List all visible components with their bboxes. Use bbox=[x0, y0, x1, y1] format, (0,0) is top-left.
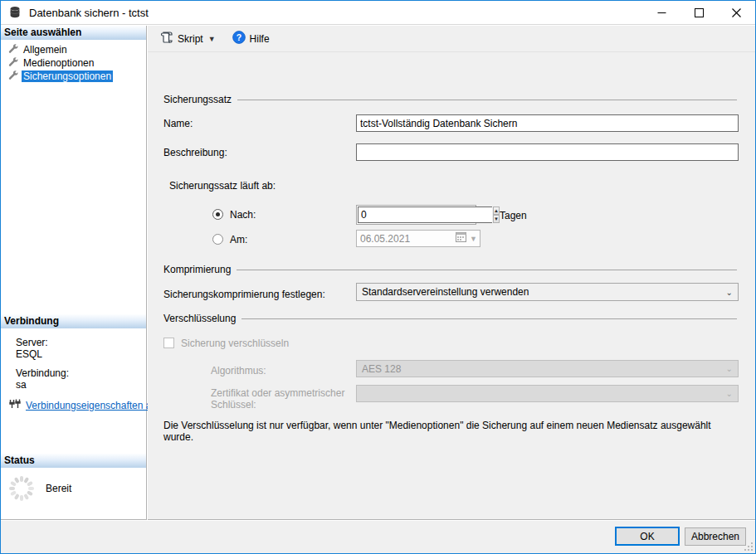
connection-label: Verbindung: bbox=[16, 367, 146, 379]
encryption-note: Die Verschlüsselung ist nur verfügbar, w… bbox=[163, 420, 739, 443]
expire-date-value: 06.05.2021 bbox=[360, 233, 410, 245]
compression-combobox-value: Standardservereinstellung verwenden bbox=[362, 286, 529, 298]
resize-grip[interactable] bbox=[743, 541, 753, 551]
toolbar: Skript ▼ ? Hilfe bbox=[148, 26, 755, 52]
close-button[interactable] bbox=[718, 1, 755, 25]
wrench-icon bbox=[7, 43, 18, 56]
compression-header: Komprimierung bbox=[163, 264, 231, 275]
days-unit-label: Tagen bbox=[500, 210, 527, 221]
script-button[interactable]: Skript ▼ bbox=[155, 29, 221, 49]
connection-value: sa bbox=[16, 379, 146, 391]
expire-after-label: Nach: bbox=[230, 209, 256, 221]
wrench-icon bbox=[7, 56, 18, 70]
divider bbox=[237, 270, 737, 270]
expires-label: Sicherungssatz läuft ab: bbox=[169, 180, 276, 192]
name-label: Name: bbox=[163, 118, 193, 129]
compression-combobox[interactable]: Standardservereinstellung verwenden ⌄ bbox=[356, 283, 739, 301]
wrench-icon bbox=[7, 70, 18, 83]
description-label: Beschreibung: bbox=[163, 147, 227, 158]
window-title: Datenbank sichern - tctst bbox=[29, 7, 149, 19]
connection-properties-link[interactable]: Verbindungseigenschaften an bbox=[26, 400, 157, 411]
sidebar-item-label: Medienoptionen bbox=[22, 57, 95, 69]
chevron-down-icon: ⌄ bbox=[726, 364, 733, 373]
certificate-label: Zertifikat oder asymmetrischer Schlüssel… bbox=[211, 387, 344, 411]
chevron-down-icon: ⌄ bbox=[726, 389, 733, 398]
backup-set-header: Sicherungssatz bbox=[163, 94, 232, 105]
sidebar: Seite auswählen Allgemein Medienoptionen… bbox=[1, 26, 147, 520]
certificate-combobox: ⌄ bbox=[356, 385, 739, 402]
minimize-icon bbox=[657, 8, 666, 17]
database-icon bbox=[8, 6, 22, 19]
maximize-button[interactable] bbox=[680, 1, 718, 25]
status-header: Status bbox=[1, 454, 146, 468]
expire-days-spinner: ▲ ▼ bbox=[356, 205, 476, 225]
cancel-button[interactable]: Abbrechen bbox=[685, 527, 746, 546]
algorithm-label: Algorithmus: bbox=[211, 365, 266, 377]
sidebar-item-label: Allgemein bbox=[22, 44, 69, 56]
compression-set-label: Sicherungskomprimierung festlegen: bbox=[163, 289, 325, 300]
expire-after-radio[interactable] bbox=[212, 209, 223, 220]
server-label: Server: bbox=[16, 337, 146, 348]
algorithm-combobox: AES 128 ⌄ bbox=[356, 360, 739, 377]
divider bbox=[237, 100, 737, 100]
spin-down-button[interactable]: ▼ bbox=[493, 215, 500, 223]
sidebar-item-allgemein[interactable]: Allgemein bbox=[1, 43, 146, 56]
pages-header: Seite auswählen bbox=[1, 26, 146, 40]
title-bar: Datenbank sichern - tctst bbox=[1, 1, 755, 25]
expire-on-radio[interactable] bbox=[212, 234, 223, 245]
server-value: ESQL bbox=[16, 348, 146, 360]
main-panel: Skript ▼ ? Hilfe Sicherungssatz bbox=[148, 26, 755, 520]
svg-text:?: ? bbox=[236, 32, 241, 42]
progress-spinner-icon bbox=[7, 474, 36, 505]
minimize-button[interactable] bbox=[643, 1, 680, 25]
algorithm-combobox-value: AES 128 bbox=[362, 363, 401, 375]
divider bbox=[241, 318, 737, 319]
description-input[interactable] bbox=[356, 143, 739, 161]
spin-up-button[interactable]: ▲ bbox=[493, 207, 500, 215]
connection-header: Verbindung bbox=[1, 314, 146, 328]
footer: OK Abbrechen bbox=[1, 521, 755, 553]
sidebar-item-label-selected: Sicherungsoptionen bbox=[22, 70, 113, 82]
calendar-icon bbox=[456, 232, 466, 245]
help-icon: ? bbox=[232, 31, 246, 46]
help-button-label: Hilfe bbox=[250, 33, 270, 45]
chevron-down-icon: ⌄ bbox=[726, 288, 733, 297]
backup-database-dialog: Datenbank sichern - tctst Seite auswähle… bbox=[0, 0, 756, 554]
encrypt-backup-checkbox[interactable] bbox=[163, 338, 174, 348]
name-input[interactable] bbox=[356, 114, 739, 132]
script-button-label: Skript bbox=[178, 33, 203, 45]
close-icon bbox=[732, 8, 741, 17]
expire-date-picker[interactable]: 06.05.2021 ▼ bbox=[356, 230, 480, 247]
expire-on-label: Am: bbox=[230, 234, 247, 245]
connection-properties-icon bbox=[9, 399, 22, 412]
status-value: Bereit bbox=[46, 483, 71, 494]
encryption-header: Verschlüsselung bbox=[163, 313, 236, 324]
help-button[interactable]: ? Hilfe bbox=[227, 29, 275, 49]
maximize-icon bbox=[695, 8, 704, 17]
chevron-down-icon: ▼ bbox=[470, 235, 477, 243]
sidebar-item-medienoptionen[interactable]: Medienoptionen bbox=[1, 56, 146, 70]
chevron-down-icon: ▼ bbox=[208, 35, 216, 43]
sidebar-item-sicherungsoptionen[interactable]: Sicherungsoptionen bbox=[1, 70, 146, 83]
options-content: Sicherungssatz Name: Beschreibung: Siche… bbox=[148, 53, 755, 519]
script-icon bbox=[160, 31, 173, 46]
ok-button[interactable]: OK bbox=[615, 527, 680, 546]
encrypt-backup-label: Sicherung verschlüsseln bbox=[181, 338, 289, 349]
expire-days-input[interactable] bbox=[358, 207, 492, 223]
